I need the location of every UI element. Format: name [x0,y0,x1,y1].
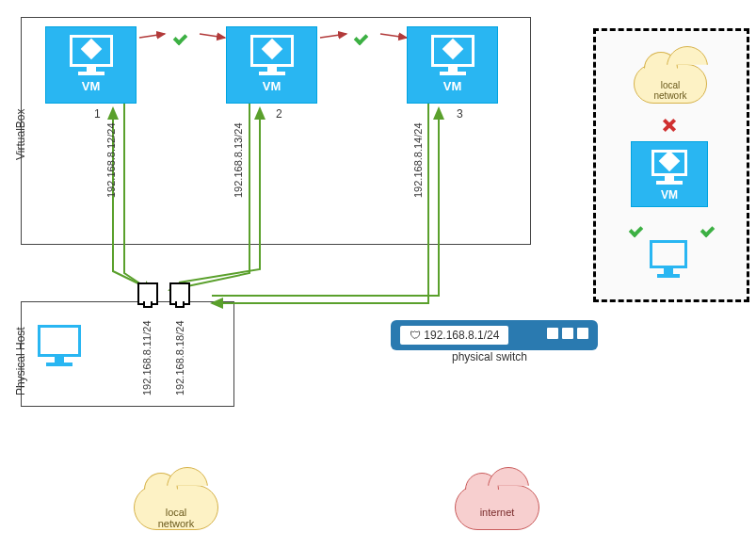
vm-3-label: VM [408,79,497,93]
check-icon [173,26,190,43]
vm-screen-icon [250,35,294,67]
vm-screen-icon [431,35,475,67]
side-vm-label: VM [632,188,707,201]
vm-1: VM [45,26,137,104]
host-nic1-ip: 192.168.8.11/24 [141,320,153,395]
physical-host-label: Physical Host [14,327,27,395]
nic-jack-2-icon [169,282,190,305]
vm-1-label: VM [46,79,136,93]
vm-1-ip: 192.168.8.12/24 [105,122,117,198]
side-local-cloud: local network [634,64,707,104]
nic-jack-1-icon [137,282,158,305]
vm-2-number: 2 [276,107,282,121]
vm-screen-icon [70,35,113,67]
check-icon [629,218,646,235]
side-vm: VM [631,141,708,207]
local-network-cloud: local network [134,485,218,530]
vm-2: VM [226,26,317,104]
check-icon [700,218,717,235]
switch-ports-icon [543,328,588,342]
host-monitor-icon [38,325,81,366]
vm-1-number: 1 [94,107,101,121]
side-host-monitor-icon [650,240,687,278]
vm-3: VM [407,26,498,104]
switch-ip: 192.168.8.1/24 [424,329,499,342]
check-icon [354,26,371,43]
vm-2-label: VM [227,79,316,93]
vm-2-ip: 192.168.8.13/24 [233,122,244,198]
physical-switch: 🛡 192.168.8.1/24 [391,320,598,350]
vm-3-ip: 192.168.8.14/24 [412,122,424,198]
host-nic2-ip: 192.168.8.18/24 [174,320,185,395]
virtualbox-label: VirtualBox [14,109,27,160]
vm-3-number: 3 [457,107,463,121]
vm-screen-icon [651,150,687,176]
internet-cloud: internet [455,485,539,530]
x-icon [661,118,676,133]
network-diagram: { "containers": { "virtualbox_label": "V… [0,0,756,548]
switch-label: physical switch [452,350,527,363]
